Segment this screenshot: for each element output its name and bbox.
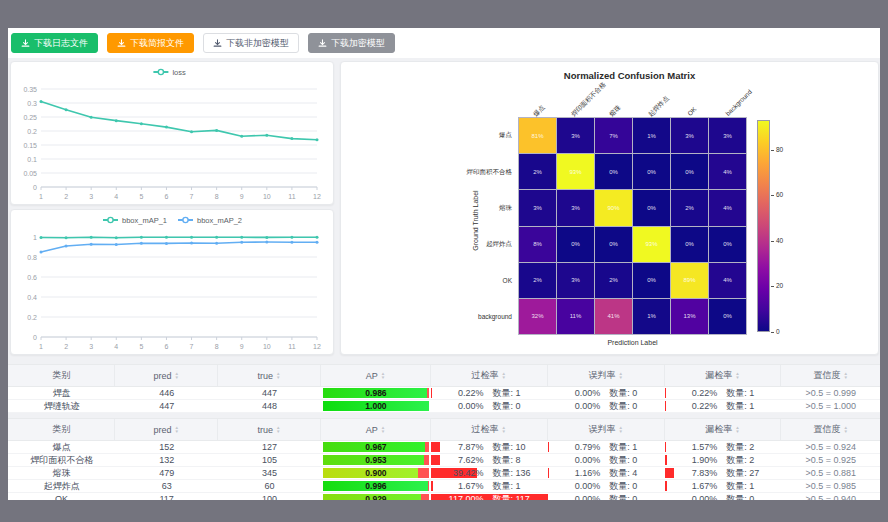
overkill-rate-cell: 0.00%数量: 0 <box>431 400 548 412</box>
matrix-cell: 0% <box>557 227 594 262</box>
x-axis-tick-label: 10 <box>263 343 271 350</box>
x-axis-tick-label: 12 <box>313 343 321 350</box>
rate-values: 0.22%数量: 1 <box>665 387 782 399</box>
x-axis-tick-label: 6 <box>165 193 169 200</box>
loss-point <box>215 129 218 132</box>
rate-values: 7.87%数量: 10 <box>431 441 548 453</box>
column-header-过检率[interactable]: 过检率▲▼ <box>431 419 548 440</box>
column-header-误判率[interactable]: 误判率▲▼ <box>548 419 665 440</box>
matrix-column-label: 焊印面积不合格 <box>570 80 609 119</box>
pred-count-cell: 132 <box>115 454 218 466</box>
column-header-pred[interactable]: pred▲▼ <box>115 419 218 440</box>
sort-carets-icon[interactable]: ▲▼ <box>381 426 385 434</box>
legend-item-bbox_mAP_2[interactable]: bbox_mAP_2 <box>178 216 242 225</box>
overkill-rate-cell: 0.22%数量: 1 <box>431 387 548 399</box>
download-log-file-button[interactable]: 下载日志文件 <box>11 33 98 53</box>
download-icon <box>318 39 327 48</box>
column-header-pred[interactable]: pred▲▼ <box>115 365 218 386</box>
column-header-置信度[interactable]: 置信度▲▼ <box>781 419 880 440</box>
class-name-cell: 熔珠 <box>8 467 115 479</box>
sort-carets-icon[interactable]: ▲▼ <box>502 372 506 380</box>
column-header-AP[interactable]: AP▲▼ <box>321 419 431 440</box>
column-header-漏检率[interactable]: 漏检率▲▼ <box>665 365 782 386</box>
matrix-cell: 93% <box>557 154 594 189</box>
column-header-label: AP <box>366 425 378 435</box>
button-label: 下载加密模型 <box>331 37 385 50</box>
ap-bar-track: 0.986 <box>323 388 429 398</box>
loss-line <box>41 102 317 140</box>
table-row: OK1171000.929117.00%数量: 1170.00%数量: 00.0… <box>8 493 880 500</box>
sort-carets-icon[interactable]: ▲▼ <box>174 426 178 434</box>
matrix-cell: 3% <box>557 118 594 153</box>
legend-item-loss[interactable]: loss <box>153 68 186 77</box>
confidence-cell: >0.5 = 1.000 <box>781 400 880 412</box>
sort-carets-icon[interactable]: ▲▼ <box>174 372 178 380</box>
download-unencrypted-model-button[interactable]: 下载非加密模型 <box>203 33 299 53</box>
pred-count-cell: 152 <box>115 441 218 453</box>
sort-carets-icon[interactable]: ▲▼ <box>502 426 506 434</box>
bbox_mAP_2-point <box>190 242 193 245</box>
matrix-cell: 7% <box>595 118 632 153</box>
loss-chart-card: 00.050.10.150.20.250.30.3512345678910111… <box>10 61 334 205</box>
misjudge-rate-cell: 0.00%数量: 0 <box>548 387 665 399</box>
true-count-cell: 448 <box>218 400 321 412</box>
bbox_mAP_2-point <box>265 241 268 244</box>
column-header-漏检率[interactable]: 漏检率▲▼ <box>665 419 782 440</box>
bbox_mAP_2-point <box>165 242 168 245</box>
sort-carets-icon[interactable]: ▲▼ <box>618 426 622 434</box>
table-row: 焊盘4464470.9860.22%数量: 10.00%数量: 00.22%数量… <box>8 387 880 400</box>
misjudge-rate-cell: 1.16%数量: 4 <box>548 467 665 479</box>
matrix-cell: 4% <box>709 154 746 189</box>
rate-percent: 0.22% <box>665 388 718 398</box>
column-header-true[interactable]: true▲▼ <box>218 365 321 386</box>
column-header-true[interactable]: true▲▼ <box>218 419 321 440</box>
download-icon <box>21 39 30 48</box>
matrix-column-label: background <box>724 88 753 117</box>
rate-count: 数量: 136 <box>483 467 544 479</box>
matrix-cell: 3% <box>709 118 746 153</box>
pred-count-cell: 479 <box>115 467 218 479</box>
matrix-row-label: background <box>401 313 512 320</box>
map-chart-card: 00.20.40.60.81123456789101112bbox_mAP_1b… <box>10 209 334 355</box>
column-header-AP[interactable]: AP▲▼ <box>321 365 431 386</box>
rate-percent: 7.87% <box>431 442 484 452</box>
sort-carets-icon[interactable]: ▲▼ <box>735 426 739 434</box>
rate-values: 0.79%数量: 1 <box>548 441 665 453</box>
column-header-误判率[interactable]: 误判率▲▼ <box>548 365 665 386</box>
rate-count: 数量: 1 <box>717 400 778 412</box>
class-name-cell: 爆点 <box>8 441 115 453</box>
ap-bar-track: 0.953 <box>323 455 429 465</box>
rate-count: 数量: 27 <box>717 467 778 479</box>
legend-label: bbox_mAP_1 <box>122 216 167 225</box>
miss-rate-cell: 1.57%数量: 2 <box>665 441 782 453</box>
rate-values: 0.00%数量: 0 <box>548 493 665 500</box>
legend-label: loss <box>172 68 186 77</box>
sort-carets-icon[interactable]: ▲▼ <box>735 372 739 380</box>
download-encrypted-model-button[interactable]: 下载加密模型 <box>308 33 395 53</box>
sort-carets-icon[interactable]: ▲▼ <box>276 372 280 380</box>
true-count-cell: 345 <box>218 467 321 479</box>
bbox_mAP_1-point <box>40 236 43 239</box>
rate-count: 数量: 0 <box>600 480 661 492</box>
y-axis-tick-label: 0.25 <box>23 114 37 121</box>
sort-carets-icon[interactable]: ▲▼ <box>276 426 280 434</box>
colorbar <box>757 120 770 332</box>
column-header-置信度[interactable]: 置信度▲▼ <box>781 365 880 386</box>
sort-carets-icon[interactable]: ▲▼ <box>618 372 622 380</box>
matrix-column-label: OK <box>686 105 698 117</box>
x-axis-tick-label: 5 <box>139 193 143 200</box>
rate-values: 0.00%数量: 0 <box>665 493 782 500</box>
download-icon <box>213 39 222 48</box>
ap-bar-track: 0.929 <box>323 494 429 500</box>
column-header-过检率[interactable]: 过检率▲▼ <box>431 365 548 386</box>
legend-item-bbox_mAP_1[interactable]: bbox_mAP_1 <box>103 216 167 225</box>
sort-carets-icon[interactable]: ▲▼ <box>843 372 847 380</box>
y-axis-tick-label: 0.35 <box>23 86 37 93</box>
y-axis-tick-label: 0.4 <box>27 294 37 301</box>
download-report-file-button[interactable]: 下载简报文件 <box>107 33 194 53</box>
matrix-row-label: 熔珠 <box>401 204 512 213</box>
column-header-label: 类别 <box>52 369 70 382</box>
sort-carets-icon[interactable]: ▲▼ <box>843 426 847 434</box>
sort-carets-icon[interactable]: ▲▼ <box>381 372 385 380</box>
y-axis-tick-label: 0.05 <box>23 170 37 177</box>
